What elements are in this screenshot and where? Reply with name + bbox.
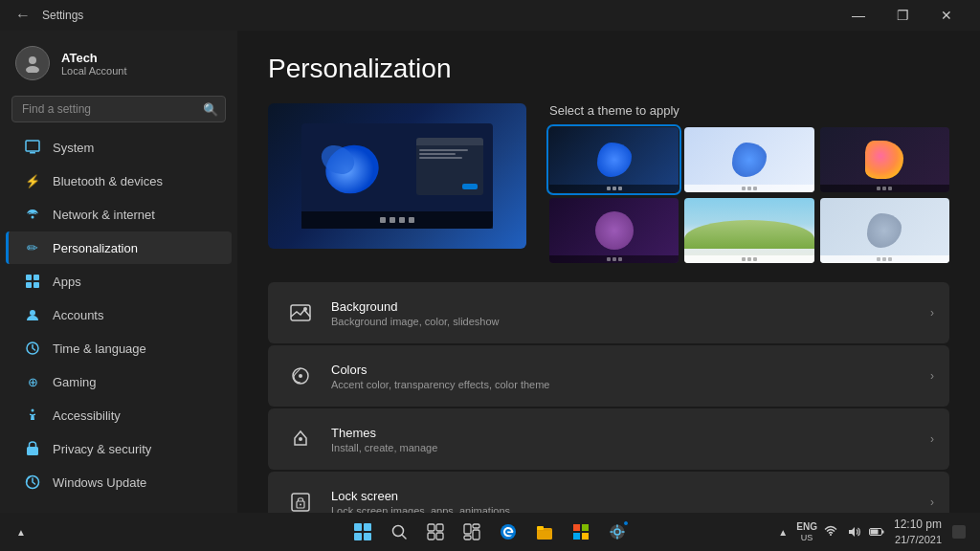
svg-point-4 — [32, 216, 34, 219]
theme-preview — [268, 103, 526, 249]
sidebar-item-label-apps: Apps — [53, 275, 81, 289]
sidebar-item-bluetooth[interactable]: ⚡ Bluetooth & devices — [6, 165, 232, 197]
network-icon — [24, 206, 41, 223]
sidebar-item-accessibility[interactable]: Accessibility — [6, 399, 232, 431]
taskbar-settings-icon[interactable] — [602, 517, 633, 547]
battery-icon[interactable] — [867, 522, 886, 541]
wifi-icon[interactable] — [821, 522, 840, 541]
sidebar-item-system[interactable]: System — [6, 131, 232, 164]
sidebar-item-update[interactable]: Windows Update — [6, 466, 232, 498]
svg-rect-3 — [30, 152, 35, 154]
tray-chevron[interactable]: ▲ — [773, 522, 792, 541]
taskbar-taskview[interactable] — [420, 517, 451, 547]
clock-date: 21/7/2021 — [894, 533, 942, 547]
sidebar-item-label-accounts: Accounts — [53, 308, 103, 322]
sidebar-item-label-network: Network & internet — [53, 208, 155, 222]
taskbar-store[interactable] — [566, 517, 596, 547]
sidebar-item-apps[interactable]: Apps — [6, 265, 232, 298]
minimize-button[interactable]: — — [836, 0, 880, 31]
system-icon — [24, 139, 41, 156]
settings-item-background[interactable]: Background Background image, color, slid… — [268, 282, 949, 343]
taskbar-widgets[interactable] — [457, 517, 487, 547]
svg-rect-49 — [582, 524, 589, 531]
sidebar-item-label-update: Windows Update — [53, 475, 146, 490]
sidebar-item-label-accessibility: Accessibility — [53, 408, 121, 423]
svg-rect-50 — [573, 533, 580, 540]
svg-rect-47 — [537, 526, 544, 530]
theme-item-4[interactable] — [549, 198, 679, 263]
svg-rect-5 — [26, 275, 32, 280]
language-indicator[interactable]: ENG US — [796, 520, 817, 544]
svg-rect-48 — [573, 524, 580, 531]
svg-rect-41 — [464, 524, 471, 534]
taskbar-search[interactable] — [384, 517, 414, 547]
svg-rect-35 — [364, 533, 371, 540]
taskbar-clock[interactable]: 12:10 pm 21/7/2021 — [894, 517, 942, 547]
sidebar-item-personalization[interactable]: ✏ Personalization — [6, 231, 232, 264]
lockscreen-text: Lock screen Lock screen images, apps, an… — [331, 489, 930, 514]
profile-sub: Local Account — [61, 65, 127, 77]
profile-info: ATech Local Account — [61, 51, 127, 77]
theme-item-2[interactable] — [684, 127, 813, 192]
svg-rect-51 — [582, 533, 589, 540]
svg-point-20 — [299, 437, 302, 441]
sidebar-item-privacy[interactable]: Privacy & security — [6, 432, 232, 465]
theme-item-3[interactable] — [820, 127, 949, 192]
taskbar-edge[interactable] — [493, 517, 523, 547]
sidebar-item-label-bluetooth: Bluetooth & devices — [53, 174, 163, 188]
themes-icon — [283, 422, 318, 456]
start-button[interactable] — [347, 517, 378, 547]
maximize-button[interactable]: ❐ — [880, 0, 924, 31]
theme-item-6[interactable] — [820, 198, 949, 263]
sidebar-item-gaming[interactable]: ⊕ Gaming — [6, 365, 232, 398]
back-button[interactable]: ← — [11, 4, 34, 27]
app-body: ATech Local Account 🔍 System ⚡ Bluetooth… — [0, 31, 980, 513]
svg-rect-44 — [464, 536, 471, 540]
svg-rect-39 — [428, 533, 434, 540]
svg-rect-6 — [33, 275, 39, 280]
notification-icon[interactable] — [949, 522, 969, 541]
taskbar-center — [347, 517, 633, 547]
sidebar-item-label-gaming: Gaming — [53, 375, 97, 389]
taskbar: ▲ — [0, 513, 980, 551]
svg-rect-2 — [26, 141, 39, 151]
theme-select-area: Select a theme to apply — [549, 103, 949, 263]
sidebar-item-time[interactable]: Time & language — [6, 332, 232, 364]
svg-point-1 — [26, 66, 39, 73]
volume-icon[interactable] — [844, 522, 863, 541]
svg-rect-38 — [436, 524, 443, 531]
svg-rect-60 — [870, 530, 878, 535]
sidebar-item-network[interactable]: Network & internet — [6, 198, 232, 231]
svg-point-11 — [32, 409, 34, 412]
svg-rect-42 — [473, 524, 479, 528]
theme-item-5[interactable] — [684, 198, 813, 263]
colors-title: Colors — [331, 363, 930, 377]
accessibility-icon — [24, 407, 41, 424]
sidebar-item-label-system: System — [53, 141, 94, 155]
themes-text: Themes Install, create, manage — [331, 426, 930, 453]
taskbar-chevron-up[interactable]: ▲ — [11, 522, 31, 541]
svg-point-0 — [29, 56, 36, 64]
taskbar-right: ▲ ENG US — [773, 517, 969, 547]
lockscreen-icon — [283, 485, 318, 513]
app-title: Settings — [42, 9, 83, 22]
sidebar-item-accounts[interactable]: Accounts — [6, 298, 232, 331]
close-button[interactable]: ✕ — [924, 0, 969, 31]
settings-item-colors[interactable]: Colors Accent color, transparency effect… — [268, 345, 949, 407]
search-input[interactable] — [11, 96, 226, 122]
background-text: Background Background image, color, slid… — [331, 299, 930, 327]
svg-rect-34 — [354, 533, 362, 540]
svg-point-17 — [303, 307, 307, 311]
preview-inner — [301, 123, 493, 229]
theme-select-label: Select a theme to apply — [549, 103, 949, 118]
lockscreen-title: Lock screen — [331, 489, 930, 503]
taskbar-explorer[interactable] — [529, 517, 560, 547]
bluetooth-icon: ⚡ — [24, 172, 41, 189]
settings-item-lockscreen[interactable]: Lock screen Lock screen images, apps, an… — [268, 472, 949, 513]
window-controls: — ❐ ✕ — [836, 0, 969, 31]
time-icon — [24, 340, 41, 357]
theme-item-1[interactable] — [549, 127, 679, 192]
lockscreen-sub: Lock screen images, apps, animations — [331, 505, 930, 514]
colors-icon — [283, 359, 318, 393]
settings-item-themes[interactable]: Themes Install, create, manage › — [268, 408, 949, 470]
